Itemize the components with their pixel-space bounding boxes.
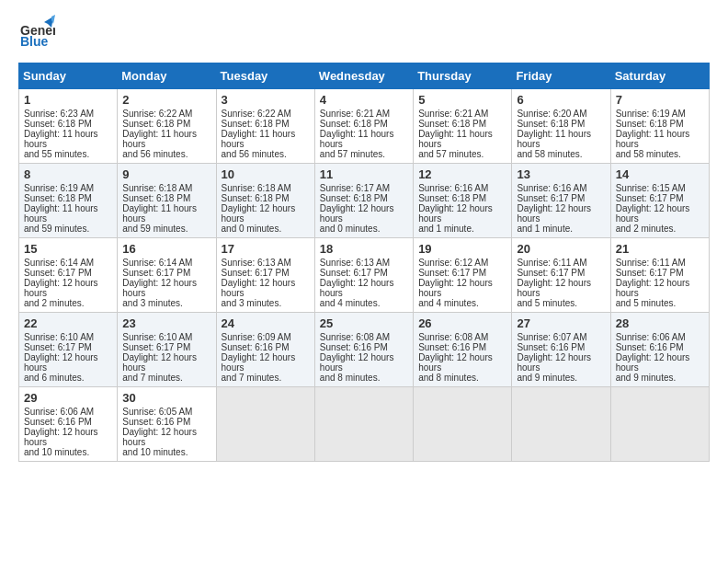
svg-text:Blue: Blue: [20, 34, 49, 49]
day-number: 22: [24, 316, 112, 330]
sunset-text: Sunset: 6:16 PM: [24, 417, 92, 427]
daylight-and: and 2 minutes.: [616, 224, 677, 234]
sunrise-text: Sunrise: 6:07 AM: [517, 332, 586, 342]
daylight-and: and 3 minutes.: [122, 298, 183, 308]
daylight-and: and 8 minutes.: [320, 373, 381, 383]
calendar-cell: 30 Sunrise: 6:05 AM Sunset: 6:16 PM Dayl…: [118, 387, 216, 462]
calendar-week-row: 15 Sunrise: 6:14 AM Sunset: 6:17 PM Dayl…: [19, 238, 710, 313]
daylight-and: and 7 minutes.: [222, 373, 282, 383]
daylight-and: and 7 minutes.: [122, 373, 183, 383]
calendar-cell: 25 Sunrise: 6:08 AM Sunset: 6:16 PM Dayl…: [314, 313, 413, 387]
sunset-text: Sunset: 6:16 PM: [320, 342, 388, 352]
sunset-text: Sunset: 6:17 PM: [222, 268, 290, 278]
daylight-and: and 5 minutes.: [517, 298, 577, 308]
daylight-label: Daylight: 11 hours hours: [418, 129, 493, 149]
daylight-and: and 1 minute.: [418, 224, 474, 234]
day-number: 6: [517, 93, 605, 107]
sunset-text: Sunset: 6:16 PM: [418, 342, 486, 352]
daylight-label: Daylight: 12 hours hours: [616, 352, 690, 373]
calendar-cell: 1 Sunrise: 6:23 AM Sunset: 6:18 PM Dayli…: [19, 89, 118, 164]
day-number: 28: [616, 316, 704, 330]
calendar-cell: 5 Sunrise: 6:21 AM Sunset: 6:18 PM Dayli…: [414, 89, 512, 164]
daylight-label: Daylight: 11 hours hours: [517, 129, 591, 149]
day-number: 14: [616, 167, 704, 181]
calendar-day-header: Tuesday: [216, 63, 314, 89]
daylight-label: Daylight: 12 hours hours: [517, 278, 591, 298]
sunset-text: Sunset: 6:18 PM: [616, 119, 684, 129]
calendar-cell: 8 Sunrise: 6:19 AM Sunset: 6:18 PM Dayli…: [19, 164, 118, 238]
day-number: 26: [418, 316, 506, 330]
daylight-and: and 10 minutes.: [122, 447, 188, 457]
daylight-label: Daylight: 11 hours hours: [222, 129, 296, 149]
calendar-day-header: Friday: [512, 63, 610, 89]
day-number: 2: [122, 93, 210, 107]
sunrise-text: Sunrise: 6:16 AM: [418, 183, 488, 193]
sunrise-text: Sunrise: 6:10 AM: [24, 332, 94, 342]
daylight-label: Daylight: 11 hours hours: [122, 203, 197, 224]
sunrise-text: Sunrise: 6:21 AM: [320, 109, 390, 119]
sunrise-text: Sunrise: 6:20 AM: [517, 109, 586, 119]
calendar-cell: 23 Sunrise: 6:10 AM Sunset: 6:17 PM Dayl…: [118, 313, 216, 387]
sunset-text: Sunset: 6:18 PM: [418, 193, 486, 203]
daylight-label: Daylight: 12 hours hours: [616, 203, 690, 224]
calendar-day-header: Wednesday: [314, 63, 413, 89]
calendar-table: SundayMondayTuesdayWednesdayThursdayFrid…: [18, 63, 710, 462]
daylight-label: Daylight: 12 hours hours: [616, 278, 690, 298]
daylight-label: Daylight: 12 hours hours: [320, 203, 394, 224]
daylight-label: Daylight: 11 hours hours: [24, 203, 98, 224]
calendar-week-row: 22 Sunrise: 6:10 AM Sunset: 6:17 PM Dayl…: [19, 313, 710, 387]
daylight-label: Daylight: 12 hours hours: [122, 427, 197, 447]
sunrise-text: Sunrise: 6:16 AM: [517, 183, 586, 193]
daylight-and: and 57 minutes.: [320, 149, 385, 159]
daylight-label: Daylight: 12 hours hours: [122, 278, 197, 298]
sunset-text: Sunset: 6:17 PM: [616, 193, 684, 203]
sunset-text: Sunset: 6:18 PM: [517, 119, 585, 129]
daylight-label: Daylight: 12 hours hours: [222, 352, 296, 373]
day-number: 9: [122, 167, 210, 181]
day-number: 11: [320, 167, 408, 181]
calendar-cell: 6 Sunrise: 6:20 AM Sunset: 6:18 PM Dayli…: [512, 89, 610, 164]
calendar-cell: [216, 387, 314, 462]
daylight-and: and 8 minutes.: [418, 373, 479, 383]
sunrise-text: Sunrise: 6:18 AM: [222, 183, 291, 193]
sunrise-text: Sunrise: 6:14 AM: [24, 258, 94, 268]
daylight-label: Daylight: 12 hours hours: [517, 352, 591, 373]
daylight-and: and 9 minutes.: [517, 373, 577, 383]
sunset-text: Sunset: 6:18 PM: [418, 119, 486, 129]
sunrise-text: Sunrise: 6:05 AM: [122, 407, 192, 417]
daylight-label: Daylight: 12 hours hours: [24, 352, 98, 373]
calendar-day-header: Saturday: [610, 63, 709, 89]
calendar-cell: [610, 387, 709, 462]
sunrise-text: Sunrise: 6:13 AM: [222, 258, 291, 268]
daylight-and: and 58 minutes.: [616, 149, 681, 159]
sunset-text: Sunset: 6:17 PM: [122, 342, 190, 352]
page-header: General Blue: [18, 15, 710, 55]
daylight-and: and 59 minutes.: [24, 224, 89, 234]
day-number: 18: [320, 242, 408, 256]
daylight-label: Daylight: 11 hours hours: [122, 129, 197, 149]
sunset-text: Sunset: 6:18 PM: [320, 119, 388, 129]
day-number: 5: [418, 93, 506, 107]
sunrise-text: Sunrise: 6:22 AM: [222, 109, 291, 119]
daylight-and: and 0 minutes.: [320, 224, 381, 234]
calendar-cell: 26 Sunrise: 6:08 AM Sunset: 6:16 PM Dayl…: [414, 313, 512, 387]
sunrise-text: Sunrise: 6:10 AM: [122, 332, 192, 342]
sunset-text: Sunset: 6:18 PM: [24, 119, 92, 129]
daylight-label: Daylight: 11 hours hours: [616, 129, 690, 149]
sunset-text: Sunset: 6:18 PM: [24, 193, 92, 203]
sunset-text: Sunset: 6:17 PM: [24, 342, 92, 352]
calendar-cell: 7 Sunrise: 6:19 AM Sunset: 6:18 PM Dayli…: [610, 89, 709, 164]
calendar-cell: 15 Sunrise: 6:14 AM Sunset: 6:17 PM Dayl…: [19, 238, 118, 313]
sunset-text: Sunset: 6:18 PM: [222, 119, 290, 129]
daylight-label: Daylight: 12 hours hours: [320, 278, 394, 298]
calendar-cell: 21 Sunrise: 6:11 AM Sunset: 6:17 PM Dayl…: [610, 238, 709, 313]
sunrise-text: Sunrise: 6:21 AM: [418, 109, 488, 119]
daylight-and: and 4 minutes.: [320, 298, 381, 308]
day-number: 20: [517, 242, 605, 256]
sunset-text: Sunset: 6:16 PM: [122, 417, 190, 427]
sunrise-text: Sunrise: 6:19 AM: [616, 109, 686, 119]
sunset-text: Sunset: 6:17 PM: [320, 268, 388, 278]
daylight-and: and 5 minutes.: [616, 298, 677, 308]
sunrise-text: Sunrise: 6:13 AM: [320, 258, 390, 268]
day-number: 17: [222, 242, 310, 256]
